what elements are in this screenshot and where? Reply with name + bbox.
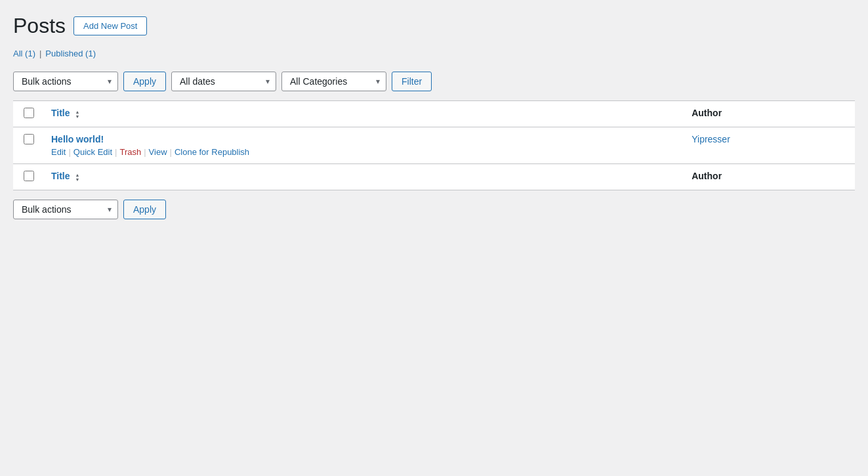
bulk-actions-bottom-select[interactable]: Bulk actions Edit Move to Trash (13, 200, 118, 219)
row-actions: Edit | Quick Edit | Trash | View | Clone… (51, 147, 671, 157)
select-all-footer-checkbox[interactable] (24, 171, 34, 181)
action-sep-1: | (68, 147, 70, 157)
published-posts-link[interactable]: Published (1) (45, 49, 96, 58)
row-checkbox-cell (13, 127, 41, 164)
trash-link[interactable]: Trash (119, 147, 141, 157)
table-header-row: Title ▲ ▼ Author (13, 101, 855, 127)
view-post-link[interactable]: View (149, 147, 167, 157)
post-title-cell: Hello world! Edit | Quick Edit | Trash |… (41, 127, 681, 164)
bulk-actions-top-wrapper: Bulk actions Edit Move to Trash (13, 72, 118, 91)
header-checkbox-cell (13, 101, 41, 127)
posts-table-body: Hello world! Edit | Quick Edit | Trash |… (13, 127, 855, 164)
post-title-link[interactable]: Hello world! (51, 134, 671, 144)
title-footer-sort-icon: ▲ ▼ (75, 173, 79, 182)
all-categories-select[interactable]: All Categories (281, 72, 386, 91)
bulk-actions-bottom-wrapper: Bulk actions Edit Move to Trash (13, 200, 118, 219)
bulk-actions-top-select[interactable]: Bulk actions Edit Move to Trash (13, 72, 118, 91)
footer-checkbox-cell (13, 164, 41, 190)
all-dates-select[interactable]: All dates (171, 72, 276, 91)
post-status-filter: All (1) | Published (1) (13, 49, 855, 58)
title-footer-column: Title ▲ ▼ (41, 164, 681, 190)
posts-table: Title ▲ ▼ Author Hello world! (13, 100, 855, 190)
title-footer-sort-link[interactable]: Title ▲ ▼ (51, 171, 79, 181)
filter-button[interactable]: Filter (392, 72, 432, 91)
bottom-tablenav: Bulk actions Edit Move to Trash Apply (13, 196, 855, 223)
table-footer-row: Title ▲ ▼ Author (13, 164, 855, 190)
author-link[interactable]: Yipresser (692, 134, 730, 144)
top-tablenav: Bulk actions Edit Move to Trash Apply Al… (13, 68, 855, 95)
quick-edit-link[interactable]: Quick Edit (73, 147, 112, 157)
title-sort-link[interactable]: Title ▲ ▼ (51, 108, 79, 118)
author-column-header: Author (681, 101, 855, 127)
add-new-post-button[interactable]: Add New Post (73, 16, 147, 35)
table-row: Hello world! Edit | Quick Edit | Trash |… (13, 127, 855, 164)
clone-post-link[interactable]: Clone for Republish (175, 147, 249, 157)
apply-bottom-button[interactable]: Apply (123, 200, 166, 219)
all-dates-wrapper: All dates (171, 72, 276, 91)
filter-separator: | (39, 49, 41, 58)
all-categories-wrapper: All Categories (281, 72, 386, 91)
title-column-header: Title ▲ ▼ (41, 101, 681, 127)
action-sep-4: | (170, 147, 172, 157)
all-posts-link[interactable]: All (1) (13, 49, 35, 58)
page-title: Posts (13, 13, 66, 38)
edit-post-link[interactable]: Edit (51, 147, 66, 157)
apply-top-button[interactable]: Apply (123, 72, 166, 91)
action-sep-3: | (144, 147, 146, 157)
select-all-checkbox[interactable] (24, 108, 34, 118)
post-author-cell: Yipresser (681, 127, 855, 164)
author-footer-column: Author (681, 164, 855, 190)
action-sep-2: | (115, 147, 117, 157)
title-sort-icon: ▲ ▼ (75, 110, 79, 119)
row-checkbox[interactable] (24, 134, 34, 144)
